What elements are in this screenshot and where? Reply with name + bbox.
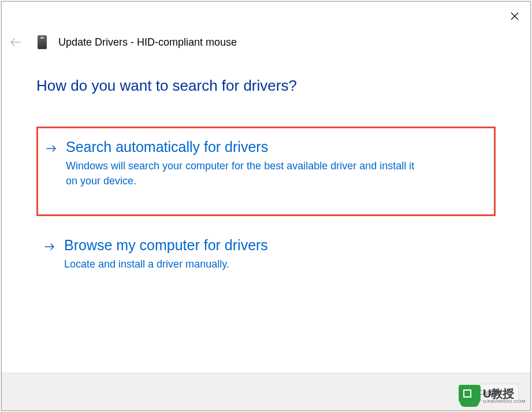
arrow-right-icon: [46, 144, 57, 155]
watermark-brand: U教授: [483, 388, 526, 399]
option-text-wrapper: Search automatically for drivers Windows…: [66, 139, 477, 188]
watermark-badge-icon: [459, 385, 481, 407]
option-browse-computer[interactable]: Browse my computer for drivers Locate an…: [36, 227, 496, 284]
option-auto-description: Windows will search your computer for th…: [66, 158, 424, 188]
dialog-content: How do you want to search for drivers? S…: [2, 49, 530, 373]
arrow-right-icon: [44, 243, 55, 253]
option-browse-description: Locate and install a driver manually.: [64, 257, 422, 272]
back-button[interactable]: [10, 36, 21, 48]
window-title: Update Drivers - HID-compliant mouse: [58, 36, 237, 49]
dialog-footer: Cancel U教授 UJIAOSHOU.COM: [2, 373, 530, 410]
option-auto-title: Search automatically for drivers: [66, 139, 477, 155]
watermark-url: UJIAOSHOU.COM: [483, 399, 526, 404]
option-text-wrapper: Browse my computer for drivers Locate an…: [64, 237, 478, 272]
watermark: U教授 UJIAOSHOU.COM: [459, 385, 526, 407]
device-icon: [38, 35, 47, 49]
dialog-header: Update Drivers - HID-compliant mouse: [2, 2, 530, 49]
close-button[interactable]: [506, 8, 523, 25]
watermark-text: U教授 UJIAOSHOU.COM: [483, 388, 526, 404]
option-browse-title: Browse my computer for drivers: [64, 237, 478, 254]
option-search-automatically[interactable]: Search automatically for drivers Windows…: [36, 127, 496, 216]
arrow-left-icon: [10, 38, 21, 47]
close-icon: [511, 12, 519, 20]
question-heading: How do you want to search for drivers?: [36, 77, 496, 95]
update-drivers-dialog: Update Drivers - HID-compliant mouse How…: [1, 1, 531, 411]
